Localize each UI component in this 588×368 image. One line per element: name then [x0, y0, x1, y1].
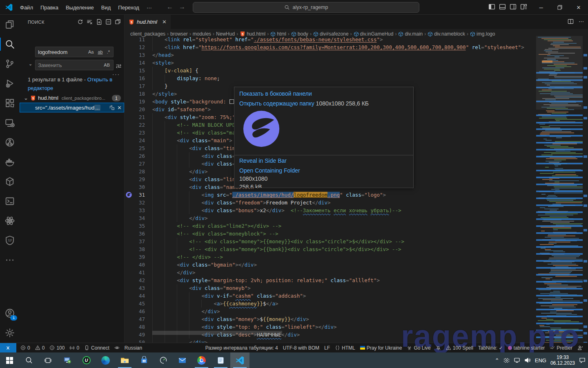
- taskbar-store-icon[interactable]: [134, 352, 154, 368]
- code-line-37[interactable]: 37<!-- <div class="money">{{money}}<div …: [125, 238, 536, 245]
- status-go-live[interactable]: Go Live: [404, 343, 433, 352]
- activity-more[interactable]: [0, 250, 20, 270]
- activity-react[interactable]: [0, 211, 20, 231]
- customize-layout-icon[interactable]: [520, 3, 527, 10]
- tab-hud-html[interactable]: 5 hud.html ✕: [125, 15, 171, 29]
- code-line-45[interactable]: 45<a>{{cashmoney}}$</a>: [125, 300, 536, 307]
- activity-gitlens[interactable]: [0, 132, 20, 152]
- regex-toggle[interactable]: .*: [106, 49, 111, 55]
- activity-docker[interactable]: [0, 152, 20, 172]
- open-in-panel-icon[interactable]: [115, 19, 121, 25]
- code-line-12[interactable]: 12<link href="https://fonts.googleapis.c…: [125, 43, 536, 51]
- activity-run-debug[interactable]: [0, 74, 20, 93]
- menu-···[interactable]: ···: [143, 3, 156, 12]
- toggle-panel-icon[interactable]: [499, 3, 506, 10]
- taskbar-task-view-icon[interactable]: [38, 352, 58, 368]
- taskbar-start-icon[interactable]: [0, 352, 19, 368]
- menu-Переход[interactable]: Переход: [114, 3, 143, 12]
- code-line-50[interactable]: 50</div>: [125, 339, 536, 343]
- open-folder-link-en[interactable]: Open Containing Folder: [239, 167, 300, 174]
- code-line-33[interactable]: 33<div class="bonus">x2</div> <!--Закоме…: [125, 206, 536, 214]
- status-prettier[interactable]: Prettier: [547, 343, 575, 352]
- menu-Файл[interactable]: Файл: [16, 3, 37, 12]
- code-line-32[interactable]: 32<div class="freedom">Freedom Project</…: [125, 199, 536, 206]
- code-line-15[interactable]: 15[v-cloak] {: [125, 67, 536, 74]
- search-match-row[interactable]: src="./assets/images/hud... ✕: [20, 103, 124, 112]
- clock[interactable]: 19:33 06.12.2023: [550, 355, 575, 366]
- taskbar-remote-desktop-icon[interactable]: [58, 352, 77, 368]
- whole-word-toggle[interactable]: ab: [97, 49, 103, 55]
- refresh-icon[interactable]: [77, 19, 83, 25]
- code-line-14[interactable]: 14<style>: [125, 59, 536, 67]
- code-line-39[interactable]: 39<!-- </div> -->: [125, 253, 536, 261]
- toggle-sidebar-icon[interactable]: [488, 3, 495, 10]
- taskbar-vscode-icon[interactable]: [230, 352, 249, 368]
- code-area[interactable]: 11<link rel="stylesheet" href="./assets/…: [125, 36, 536, 343]
- code-line-36[interactable]: 36<!-- <div class="moneyblock"> -->: [125, 230, 536, 238]
- taskbar-taskbar-search-icon[interactable]: [19, 352, 38, 368]
- activity-source-control[interactable]: [0, 54, 20, 74]
- taskbar-mail-icon[interactable]: [173, 352, 192, 368]
- status-0[interactable]: 0: [67, 343, 82, 352]
- minimize-button[interactable]: ─: [532, 0, 550, 15]
- code-line-11[interactable]: 11<link rel="stylesheet" href="./assets/…: [125, 36, 536, 43]
- minimap[interactable]: [536, 36, 583, 343]
- menu-Вид[interactable]: Вид: [98, 3, 115, 12]
- toggle-replace-chevron[interactable]: ⌄: [29, 61, 32, 67]
- tab-close-icon[interactable]: ✕: [162, 19, 167, 25]
- toggle-secondary-sidebar-icon[interactable]: [510, 3, 517, 10]
- code-line-43[interactable]: 43<div class="moneyb">: [125, 284, 536, 292]
- collapse-icon[interactable]: [105, 19, 111, 25]
- code-line-40[interactable]: 40<div class="bgmain"></div>: [125, 261, 536, 269]
- taskbar-gauge-app-icon[interactable]: [154, 352, 173, 368]
- taskbar-notepad-icon[interactable]: [211, 352, 230, 368]
- activity-terminal[interactable]: [0, 191, 20, 211]
- restore-button[interactable]: [550, 0, 569, 15]
- status-0[interactable]: 0: [33, 343, 47, 352]
- clear-results-icon[interactable]: [87, 19, 93, 25]
- status-lf[interactable]: LF: [322, 343, 332, 352]
- status-100-spell[interactable]: 100 Spell: [443, 343, 476, 352]
- code-line-46[interactable]: 46</div>: [125, 307, 536, 315]
- reveal-sidebar-link-en[interactable]: Reveal in Side Bar: [239, 157, 287, 164]
- open-folder-link-ru[interactable]: Открыть содержащую папку: [239, 100, 314, 107]
- code-line-13[interactable]: 13</head>: [125, 51, 536, 59]
- network-icon[interactable]: [514, 357, 520, 364]
- record-icon[interactable]: [503, 357, 510, 364]
- code-line-41[interactable]: 41</div>: [125, 269, 536, 276]
- code-line-48[interactable]: 48<div style="top: 0;" class="lineleft">…: [125, 323, 536, 331]
- menu-Выделение[interactable]: Выделение: [62, 3, 98, 12]
- code-line-35[interactable]: 35<!-- <div class="line2"></div> -->: [125, 222, 536, 230]
- code-line-44[interactable]: 44<div v-if="cashm" class="addcash">: [125, 292, 536, 300]
- volume-icon[interactable]: [524, 357, 531, 364]
- search-input[interactable]: logofreedom Aa ab .*: [35, 47, 114, 57]
- status-connect[interactable]: Connect: [82, 343, 112, 352]
- activity-explorer[interactable]: [0, 15, 20, 34]
- command-center-search[interactable]: alyx-rp_ragemp: [193, 2, 419, 13]
- status-tabnine-[interactable]: TabNine: ✓: [476, 343, 506, 352]
- split-editor-icon[interactable]: [568, 18, 574, 25]
- match-case-toggle[interactable]: Aa: [87, 49, 94, 55]
- activity-account[interactable]: 1: [0, 303, 20, 323]
- activity-package[interactable]: [0, 172, 20, 191]
- code-line-34[interactable]: 34</div>: [125, 214, 536, 222]
- preserve-case-toggle[interactable]: AB: [103, 62, 111, 68]
- replace-input[interactable]: Заменить AB: [35, 60, 114, 70]
- status-tabnine-starter[interactable]: tabnine starter: [506, 343, 548, 352]
- status-pray-for-ukraine[interactable]: Pray for Ukraine: [358, 343, 405, 352]
- status-bell-slash-icon[interactable]: [433, 343, 443, 352]
- code-line-42[interactable]: 42<div style="margin-top: 2vh; position:…: [125, 276, 536, 284]
- replace-all-button[interactable]: [116, 63, 122, 69]
- status-utf-8-with-bom[interactable]: UTF-8 with BOM: [281, 343, 322, 352]
- replace-match-icon[interactable]: [109, 105, 115, 110]
- activity-search[interactable]: [0, 34, 20, 54]
- activity-settings[interactable]: [0, 323, 20, 343]
- status-html[interactable]: HTML: [332, 343, 358, 352]
- close-button[interactable]: ✕: [569, 0, 588, 15]
- taskbar-chrome-icon[interactable]: [192, 352, 211, 368]
- nav-forward-icon[interactable]: →: [179, 3, 185, 11]
- activity-extensions[interactable]: [0, 93, 20, 113]
- editor-more-actions-icon[interactable]: ⋯: [579, 18, 584, 25]
- notification-center-icon[interactable]: [579, 357, 586, 364]
- language-indicator[interactable]: ENG: [535, 357, 546, 364]
